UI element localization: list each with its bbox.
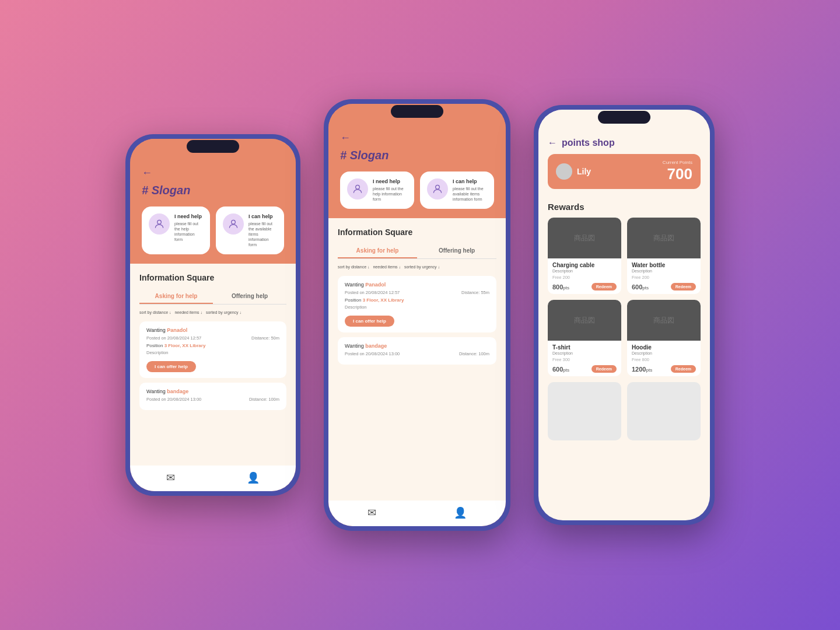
reward-points-row-0: 800pts Redeem	[552, 283, 617, 290]
reward-pts-1: 600pts	[632, 284, 649, 290]
tab-asking-2[interactable]: Asking for help	[338, 244, 417, 258]
filter-urgency-1[interactable]: sorted by urgency ↓	[206, 309, 242, 316]
phone-1-header: ← # Slogan I need help please fill out t…	[130, 139, 296, 264]
phone-3: ← points shop Lily Current Points 700 Re…	[534, 105, 715, 525]
can-help-desc-2: please fill out the available items info…	[453, 186, 487, 202]
reward-image-text-2: 商品図	[574, 316, 595, 326]
help-btn-2-1[interactable]: I can offer help	[345, 316, 394, 327]
request-1-1-pos: Position 3 Floor, XX Library	[146, 343, 279, 348]
can-help-icon-1	[223, 214, 244, 235]
reward-price-row-3: Free 800	[632, 357, 696, 362]
filter-distance-1[interactable]: sort by distance ↓	[139, 309, 171, 316]
redeem-btn-0[interactable]: Redeem	[592, 283, 617, 290]
can-help-title-1: I can help	[249, 214, 277, 219]
need-help-text-2: I need help please fill out the help inf…	[373, 178, 407, 202]
svg-point-1	[232, 220, 236, 224]
filter-items-1[interactable]: needed items ↓	[174, 309, 202, 316]
redeem-btn-3[interactable]: Redeem	[671, 365, 696, 373]
rewards-grid: 商品図 Charging cable Description Free 200 …	[548, 218, 701, 440]
back-arrow-1[interactable]: ←	[142, 167, 284, 179]
redeem-btn-2[interactable]: Redeem	[592, 365, 617, 373]
filter-urgency-2[interactable]: sorted by urgency ↓	[404, 264, 440, 270]
reward-info-1: Water bottle Description Free 200 600pts…	[627, 258, 701, 294]
mail-icon-2[interactable]: ✉	[368, 506, 376, 519]
filters-1: sort by distance ↓ needed items ↓ sorted…	[139, 309, 286, 316]
back-arrow-3[interactable]: ←	[548, 138, 557, 148]
tab-offering-1[interactable]: Offering help	[213, 289, 286, 304]
slogan-2: # Slogan	[340, 149, 494, 162]
can-help-desc-1: please fill out the available items info…	[249, 221, 277, 247]
phone-1-notch	[187, 140, 239, 153]
request-1-1-desc: Description	[146, 350, 279, 355]
back-arrow-2[interactable]: ←	[340, 132, 494, 144]
reward-card-3: 商品図 Hoodie Description Free 800 1200pts …	[627, 300, 701, 376]
request-2-2-title: Wanting bandage	[345, 343, 489, 349]
phone-2-notch	[391, 105, 443, 118]
tabs-1: Asking for help Offering help	[139, 289, 286, 304]
request-2-2: Wanting bandage Posted on 20/08/2024 13:…	[338, 337, 496, 365]
reward-name-0: Charging cable	[552, 262, 617, 268]
rewards-title: Rewards	[548, 202, 701, 212]
tabs-2: Asking for help Offering help	[338, 244, 496, 259]
can-help-card-2[interactable]: I can help please fill out the available…	[420, 172, 494, 209]
reward-card-1: 商品図 Water bottle Description Free 200 60…	[627, 218, 701, 294]
tab-offering-2[interactable]: Offering help	[417, 244, 496, 258]
need-help-desc-1: please fill out the help information for…	[174, 221, 203, 242]
reward-card-2: 商品図 T-shirt Description Free 300 600pts …	[548, 300, 621, 376]
phone-3-screen: ← points shop Lily Current Points 700 Re…	[538, 110, 710, 520]
info-title-2: Information Square	[338, 228, 496, 237]
action-cards-2: I need help please fill out the help inf…	[340, 172, 494, 209]
reward-pts-3: 1200pts	[632, 366, 652, 373]
reward-card-empty-1	[548, 382, 621, 440]
phone-1: ← # Slogan I need help please fill out t…	[125, 134, 300, 496]
shop-title: points shop	[562, 138, 615, 148]
reward-name-1: Water bottle	[632, 262, 696, 268]
phone-2-header: ← # Slogan I need help please fill out t…	[328, 104, 506, 218]
user-icon-1[interactable]: 👤	[247, 471, 260, 484]
reward-name-2: T-shirt	[552, 344, 617, 351]
request-2-1-pos: Position 3 Floor, XX Library	[345, 298, 489, 303]
redeem-btn-1[interactable]: Redeem	[671, 283, 696, 290]
points-label: Current Points	[663, 160, 692, 165]
reward-price-row-1: Free 200	[632, 275, 696, 280]
request-2-2-distance: Distance: 100m	[459, 351, 489, 356]
filter-items-2[interactable]: needed items ↓	[373, 264, 400, 270]
request-2-2-posted: Posted on 20/08/2024 13:00	[345, 351, 400, 356]
request-1-2-posted: Posted on 20/08/2024 13:00	[146, 397, 201, 402]
request-2-1-pos-val: 3 Floor, XX Library	[363, 298, 404, 303]
need-help-desc-2: please fill out the help information for…	[373, 186, 407, 202]
request-1-2-title: Wanting bandage	[146, 388, 279, 394]
info-section-2: Information Square Asking for help Offer…	[328, 218, 506, 501]
reward-card-0: 商品図 Charging cable Description Free 200 …	[548, 218, 621, 294]
can-help-card-1[interactable]: I can help please fill out the available…	[216, 206, 284, 254]
need-help-text-1: I need help please fill out the help inf…	[174, 214, 203, 242]
bottom-nav-1: ✉ 👤	[130, 466, 296, 491]
reward-image-3: 商品図	[627, 300, 701, 341]
can-help-text-2: I can help please fill out the available…	[453, 178, 487, 202]
reward-card-empty-2	[627, 382, 701, 440]
bottom-nav-2: ✉ 👤	[328, 501, 506, 526]
filter-distance-2[interactable]: sort by distance ↓	[338, 264, 369, 270]
request-2-1-item: Panadol	[365, 282, 386, 288]
request-1-1-meta: Posted on 20/08/2024 12:57 Distance: 50m	[146, 335, 279, 341]
request-2-1-posted: Posted on 20/08/2024 12:57	[345, 290, 400, 295]
request-1-2-item: bandage	[167, 388, 188, 394]
reward-desc-2: Description	[552, 351, 617, 355]
request-1-1-posted: Posted on 20/08/2024 12:57	[146, 335, 201, 341]
need-help-card-2[interactable]: I need help please fill out the help inf…	[340, 172, 414, 209]
reward-price-row-0: Free 200	[552, 275, 617, 280]
user-icon-2[interactable]: 👤	[454, 506, 467, 519]
svg-point-0	[158, 220, 162, 224]
need-help-title-1: I need help	[174, 214, 203, 219]
help-btn-1-1[interactable]: I can offer help	[146, 361, 196, 372]
tab-asking-1[interactable]: Asking for help	[139, 289, 213, 304]
mail-icon-1[interactable]: ✉	[166, 471, 175, 484]
request-2-1: Wanting Panadol Posted on 20/08/2024 12:…	[338, 276, 496, 332]
reward-image-text-3: 商品図	[653, 316, 674, 326]
request-1-1: Wanting Panadol Posted on 20/08/2024 12:…	[139, 321, 286, 378]
can-help-title-2: I can help	[453, 178, 487, 184]
reward-info-3: Hoodie Description Free 800 1200pts Rede…	[627, 341, 701, 376]
request-1-1-pos-val: 3 Floor, XX Library	[164, 343, 206, 348]
reward-info-0: Charging cable Description Free 200 800p…	[548, 258, 621, 294]
need-help-card-1[interactable]: I need help please fill out the help inf…	[142, 206, 210, 254]
